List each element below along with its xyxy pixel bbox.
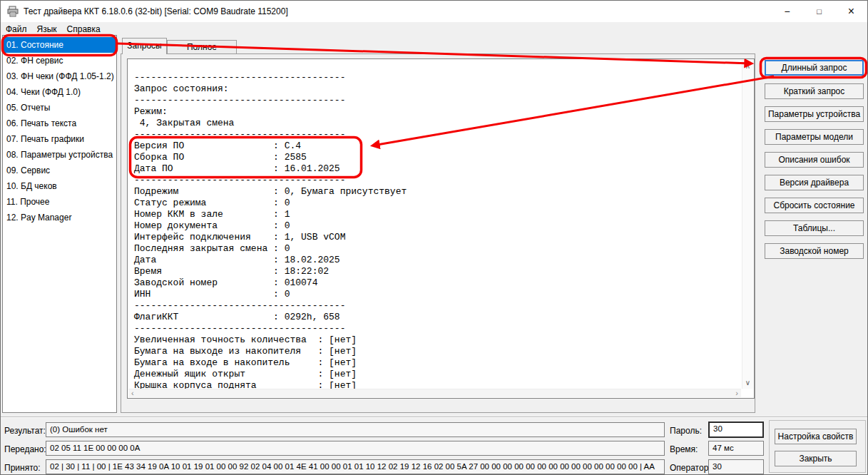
result-label: Результат: <box>4 426 46 436</box>
scroll-down-icon[interactable]: ∨ <box>742 379 753 387</box>
minimize-button[interactable]: − <box>771 1 803 22</box>
received-field: 02 | 30 | 11 | 00 | 1E 43 34 19 0A 10 01… <box>46 459 665 474</box>
sent-label: Передано: <box>4 444 46 454</box>
sidebar-item-receipt-db[interactable]: 10. БД чеков <box>3 178 116 194</box>
tab-page-requests: -------------------------------------- З… <box>121 53 755 413</box>
menu-help[interactable]: Справка <box>62 23 106 36</box>
menu-bar: Файл Язык Справка <box>1 22 867 36</box>
model-parameters-button[interactable]: Параметры модели <box>765 129 864 145</box>
received-label: Принято: <box>4 463 41 473</box>
sidebar-item-service[interactable]: 09. Сервис <box>3 163 116 178</box>
app-window: Тест драйвера ККТ 6.18.0.6 (32-bit) [Ser… <box>0 0 868 475</box>
status-output-box: -------------------------------------- З… <box>127 58 755 399</box>
operator-field[interactable]: 30 <box>708 459 764 474</box>
tab-requests[interactable]: Запросы <box>122 38 167 54</box>
scroll-up-icon[interactable]: ∧ <box>742 62 753 70</box>
sidebar-item-status[interactable]: 01. Состояние <box>3 37 116 53</box>
vertical-scrollbar[interactable]: ∧ ∨ <box>742 60 753 389</box>
menu-file[interactable]: Файл <box>1 23 32 36</box>
title-bar: Тест драйвера ККТ 6.18.0.6 (32-bit) [Ser… <box>1 1 867 22</box>
close-app-button[interactable]: Закрыть <box>775 451 857 466</box>
property-settings-button[interactable]: Настройка свойств <box>775 429 857 444</box>
password-label: Пароль: <box>670 426 702 436</box>
horizontal-scrollbar[interactable]: ‹ › <box>128 389 741 397</box>
bottom-divider <box>1 417 867 418</box>
close-icon: × <box>848 5 854 18</box>
sidebar-item-fn-receipts[interactable]: 03. ФН чеки (ФФД 1.05-1.2) <box>3 68 116 84</box>
window-controls: − □ × <box>771 1 867 22</box>
menu-language[interactable]: Язык <box>32 23 62 36</box>
scroll-right-icon[interactable]: › <box>735 389 738 397</box>
operator-label: Оператор: <box>670 463 711 473</box>
short-request-button[interactable]: Краткий запрос <box>765 83 864 99</box>
result-field: (0) Ошибок нет <box>46 422 665 437</box>
tab-full-state[interactable]: Полное состояние <box>167 40 237 54</box>
close-button[interactable]: × <box>835 1 867 22</box>
sidebar-item-print-text[interactable]: 06. Печать текста <box>3 116 116 131</box>
sent-field: 02 05 11 1E 00 00 00 0A <box>46 441 665 456</box>
minimize-icon: − <box>784 6 790 17</box>
sidebar-item-device-params[interactable]: 08. Параметры устройства <box>3 147 116 163</box>
password-input[interactable]: 30 <box>708 422 764 438</box>
reset-state-button[interactable]: Сбросить состояние <box>765 198 864 213</box>
sidebar-item-print-graphics[interactable]: 07. Печать графики <box>3 131 116 147</box>
sidebar-item-misc[interactable]: 11. Прочее <box>3 194 116 210</box>
tables-button[interactable]: Таблицы... <box>765 220 864 236</box>
sidebar-item-fn-service[interactable]: 02. ФН сервис <box>3 53 116 68</box>
scroll-left-icon[interactable]: ‹ <box>131 389 134 397</box>
serial-number-button[interactable]: Заводской номер <box>765 243 864 259</box>
time-field: 47 мс <box>708 441 764 456</box>
driver-version-button[interactable]: Версия драйвера <box>765 175 864 190</box>
maximize-icon: □ <box>817 7 822 16</box>
printer-icon <box>7 6 19 17</box>
error-descriptions-button[interactable]: Описания ошибок <box>765 152 864 168</box>
time-label: Время: <box>670 444 698 454</box>
sidebar-item-pay-manager[interactable]: 12. Pay Manager <box>3 210 116 225</box>
device-parameters-button[interactable]: Параметры устройства <box>765 106 864 122</box>
maximize-button[interactable]: □ <box>803 1 835 22</box>
section-list: 01. Состояние 02. ФН сервис 03. ФН чеки … <box>2 35 117 413</box>
sidebar-item-reports[interactable]: 05. Отчеты <box>3 100 116 116</box>
terminal-output[interactable]: -------------------------------------- З… <box>134 72 407 392</box>
long-request-button[interactable]: Длинный запрос <box>765 60 864 76</box>
sidebar-item-receipts[interactable]: 04. Чеки (ФФД 1.0) <box>3 84 116 100</box>
window-title: Тест драйвера ККТ 6.18.0.6 (32-bit) [Ser… <box>24 6 288 16</box>
